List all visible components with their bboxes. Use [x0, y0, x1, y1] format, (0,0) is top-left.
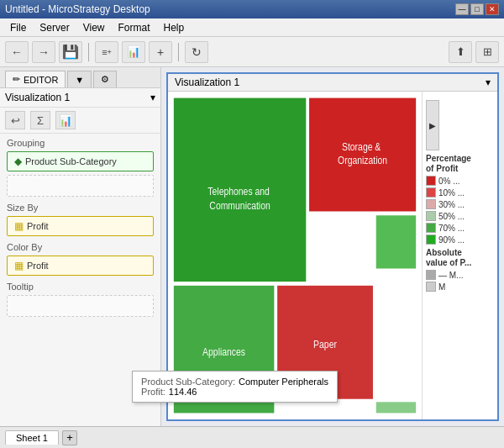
tooltip-drop-zone[interactable]: [7, 295, 154, 317]
tooltip-profit-label: Profit:: [141, 387, 165, 397]
toolbar: ← → 💾 ≡+ 📊 + ↻ ⬆ ⊞: [0, 37, 504, 67]
svg-text:Storage &
              Organi: Storage & Organization: [338, 140, 387, 166]
vis-controls: ↩ Σ 📊: [0, 108, 160, 134]
settings-icon: ⚙: [101, 74, 109, 85]
visualization-container: Visualization 1 ▾ Telephones and Communi…: [166, 72, 499, 421]
tab-filter[interactable]: ▼: [67, 71, 92, 87]
legend-swatch-10pct: [426, 187, 436, 198]
legend-abs-label-2: M: [438, 282, 445, 292]
filter-icon: ▼: [75, 75, 84, 85]
visualization-selector: Visualization 1 ▾: [0, 88, 160, 108]
legend-label-30pct: 30% ...: [438, 200, 465, 209]
forward-button[interactable]: →: [32, 41, 55, 63]
treemap-svg: Telephones and Communication Storage & O…: [171, 95, 418, 416]
window-title: Untitled - MicroStrategy Desktop: [5, 3, 150, 15]
legend-swatch-50pct: [426, 211, 436, 221]
legend-swatch-30pct: [426, 199, 436, 209]
tab-editor[interactable]: ✏ EDITOR: [5, 71, 66, 87]
maximize-button[interactable]: □: [470, 3, 484, 15]
sigma-button[interactable]: Σ: [30, 111, 50, 129]
menu-file[interactable]: File: [3, 20, 33, 35]
legend-item-50pct: 50% ...: [426, 211, 494, 221]
separator-2: [178, 43, 179, 61]
vis-body: Telephones and Communication Storage & O…: [168, 92, 497, 419]
color-by-field[interactable]: ▦ Profit: [7, 256, 154, 276]
legend-item-30pct: 30% ...: [426, 199, 494, 209]
legend-item-90pct: 90% ...: [426, 235, 494, 245]
insert-button[interactable]: +: [149, 41, 172, 63]
legend-item-0pct: 0% ...: [426, 176, 494, 186]
sheet-bar: Sheet 1 +: [0, 426, 504, 448]
menu-view[interactable]: View: [76, 20, 112, 35]
chart-type-button[interactable]: 📊: [55, 111, 76, 129]
back-button[interactable]: ←: [5, 41, 29, 63]
close-button[interactable]: ✕: [486, 3, 499, 15]
menu-server[interactable]: Server: [33, 20, 76, 35]
panel-tabs: ✏ EDITOR ▼ ⚙: [0, 67, 160, 88]
legend-label-90pct: 90% ...: [438, 235, 465, 245]
legend-label-0pct: 0% ...: [438, 177, 460, 186]
legend-label-70pct: 70% ...: [438, 224, 465, 233]
svg-text:Appliances: Appliances: [202, 345, 245, 359]
legend-label-50pct: 50% ...: [438, 212, 465, 221]
svg-rect-8: [375, 214, 417, 270]
tooltip-profit-value: 114.46: [169, 387, 197, 397]
size-by-icon: ▦: [14, 220, 24, 232]
save-button[interactable]: 💾: [59, 41, 82, 63]
tab-settings[interactable]: ⚙: [93, 71, 117, 87]
right-area: Visualization 1 ▾ Telephones and Communi…: [161, 67, 504, 426]
legend-absolute-section: Absolutevalue of P... — M... M: [426, 248, 494, 292]
legend-swatch-0pct: [426, 176, 436, 186]
legend-title: Percentageof Profit: [426, 154, 494, 174]
add-sheet-button[interactable]: +: [62, 430, 77, 445]
chart-button[interactable]: 📊: [122, 41, 145, 63]
svg-text:Paper: Paper: [313, 338, 337, 351]
legend-label-10pct: 10% ...: [438, 188, 465, 198]
vis-menu-icon[interactable]: ▾: [486, 76, 491, 88]
legend-item-10pct: 10% ...: [426, 187, 494, 198]
undo-button[interactable]: ↩: [5, 111, 25, 129]
tooltip-line-1: Product Sub-Category: Computer Periphera…: [141, 377, 328, 387]
add-object-button[interactable]: ≡+: [95, 41, 118, 63]
tooltip-subcategory-value: Computer Peripherals: [239, 377, 328, 387]
tooltip-subcategory-label: Product Sub-Category:: [141, 377, 235, 387]
sheet-1-tab[interactable]: Sheet 1: [5, 430, 59, 445]
export-button[interactable]: ⬆: [449, 41, 472, 63]
grouping-drop-zone[interactable]: [7, 175, 154, 197]
color-by-field-label: Profit: [27, 261, 49, 271]
legend-area: ▶ Percentageof Profit 0% ... 10% ...: [422, 92, 497, 419]
legend-abs-label-1: — M...: [438, 271, 463, 280]
grouping-label: Grouping: [0, 134, 160, 150]
menu-format[interactable]: Format: [111, 20, 156, 35]
legend-swatch-90pct: [426, 235, 436, 245]
editor-icon: ✏: [13, 74, 20, 85]
separator-1: [88, 43, 89, 61]
size-by-field[interactable]: ▦ Profit: [7, 216, 154, 236]
vis-dropdown-icon[interactable]: ▾: [150, 92, 155, 103]
legend-swatch-70pct: [426, 223, 436, 233]
vis-title-bar: Visualization 1 ▾: [168, 74, 497, 92]
vis-title: Visualization 1: [175, 76, 239, 88]
svg-rect-9: [375, 401, 417, 414]
legend-abs-title: Absolutevalue of P...: [426, 248, 494, 268]
size-by-field-label: Profit: [27, 221, 49, 231]
tooltip-popup: Product Sub-Category: Computer Periphera…: [132, 371, 338, 403]
grouping-icon: ◆: [14, 155, 22, 167]
svg-text:Telephones and
              C: Telephones and Communication: [207, 185, 271, 212]
refresh-button[interactable]: ↻: [185, 41, 208, 63]
size-by-label: Size By: [0, 198, 160, 214]
grouping-field[interactable]: ◆ Product Sub-Category: [7, 151, 154, 171]
legend-expand-button[interactable]: ▶: [426, 100, 439, 150]
grid-button[interactable]: ⊞: [475, 41, 499, 63]
legend-abs-swatch-2: [426, 282, 436, 292]
tooltip-line-2: Profit: 114.46: [141, 387, 328, 397]
menu-bar: File Server View Format Help: [0, 18, 504, 37]
window-controls: — □ ✕: [455, 3, 499, 15]
grouping-field-label: Product Sub-Category: [25, 156, 117, 166]
color-by-icon: ▦: [14, 260, 24, 271]
minimize-button[interactable]: —: [455, 3, 469, 15]
main-area: ✏ EDITOR ▼ ⚙ Visualization 1 ▾ ↩ Σ 📊 Gro…: [0, 67, 504, 426]
legend-item-70pct: 70% ...: [426, 223, 494, 233]
menu-help[interactable]: Help: [157, 20, 192, 35]
legend-abs-item-2: M: [426, 282, 494, 292]
